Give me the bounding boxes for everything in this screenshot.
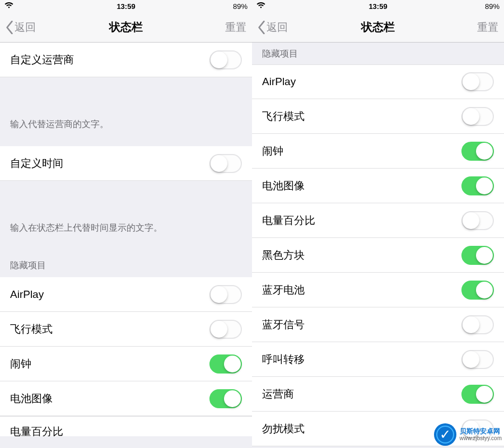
cell-label: 电量百分比	[10, 424, 63, 436]
toggle[interactable]	[461, 142, 494, 161]
toggle[interactable]	[209, 154, 242, 173]
status-time: 13:59	[116, 2, 135, 11]
toggle[interactable]	[461, 385, 494, 404]
toggle[interactable]	[209, 354, 242, 374]
hide-item-cell[interactable]: 电池图像	[0, 381, 252, 416]
cell-label: 黑色方块	[262, 248, 305, 263]
custom-carrier-cell[interactable]: 自定义运营商	[0, 43, 252, 77]
hide-item-cell[interactable]: 蓝牙信号	[252, 307, 504, 342]
cell-label: 飞行模式	[262, 109, 305, 124]
back-label: 返回	[15, 20, 36, 35]
cell-label: 自定义时间	[10, 156, 63, 171]
right-screen: 13:59 89% 返回 状态栏 重置 隐藏项目 AirPlay飞行模式闹钟电池…	[252, 0, 504, 448]
toggle[interactable]	[209, 50, 242, 69]
section-footer: 输入在状态栏上代替时间显示的文字。	[0, 214, 252, 250]
wifi-icon	[4, 2, 13, 11]
nav-bar: 返回 状态栏 重置	[252, 12, 504, 43]
cell-label: 自定义运营商	[10, 53, 74, 67]
status-bar: 13:59 89%	[252, 0, 504, 12]
cell-label: 勿扰模式	[262, 422, 305, 436]
reset-button[interactable]: 重置	[477, 20, 498, 35]
battery-percent: 89%	[233, 2, 248, 11]
cell-label: AirPlay	[10, 288, 44, 301]
hide-section-header: 隐藏项目	[0, 250, 252, 277]
hide-item-cell-partial[interactable]: 电量百分比	[0, 416, 252, 436]
back-button[interactable]: 返回	[258, 20, 288, 35]
cell-label: AirPlay	[262, 76, 296, 88]
chevron-left-icon	[6, 21, 13, 34]
hide-item-cell[interactable]: AirPlay	[0, 277, 252, 312]
section-footer: 输入代替运营商的文字。	[0, 111, 252, 146]
toggle[interactable]	[209, 285, 242, 304]
hide-item-cell[interactable]: AirPlay	[252, 64, 504, 99]
battery-percent: 89%	[485, 2, 500, 11]
hide-section-header: 隐藏项目	[252, 43, 504, 64]
custom-time-cell[interactable]: 自定义时间	[0, 146, 252, 181]
chevron-left-icon	[258, 21, 265, 34]
watermark-logo-icon: ✓	[434, 423, 456, 446]
cell-label: 飞行模式	[10, 322, 53, 337]
back-label: 返回	[267, 20, 288, 35]
cell-label: 蓝牙信号	[262, 318, 305, 332]
nav-title: 状态栏	[361, 20, 395, 35]
cell-label: 蓝牙电池	[262, 283, 305, 297]
hide-item-cell[interactable]: 呼叫转移	[252, 342, 504, 377]
hide-item-cell[interactable]: 电量百分比	[252, 203, 504, 238]
wifi-icon	[256, 2, 265, 11]
toggle[interactable]	[461, 211, 494, 230]
cell-label: 电量百分比	[262, 213, 315, 228]
hide-item-cell[interactable]: 电池图像	[252, 169, 504, 203]
hide-item-cell[interactable]: 运营商	[252, 377, 504, 412]
hide-item-cell[interactable]: 黑色方块	[252, 238, 504, 273]
hide-item-cell[interactable]: 闹钟	[0, 347, 252, 381]
reset-button[interactable]: 重置	[225, 20, 246, 35]
toggle[interactable]	[461, 281, 494, 300]
hide-item-cell[interactable]: 蓝牙电池	[252, 273, 504, 307]
cell-label: 闹钟	[10, 357, 31, 371]
toggle[interactable]	[461, 72, 494, 91]
toggle[interactable]	[461, 350, 494, 369]
watermark-url: www.zjbstyy.com	[460, 435, 502, 441]
toggle[interactable]	[461, 246, 494, 265]
hide-item-cell[interactable]: 飞行模式	[252, 99, 504, 134]
cell-label: 呼叫转移	[262, 352, 305, 367]
nav-title: 状态栏	[109, 20, 143, 35]
toggle[interactable]	[209, 389, 242, 408]
cell-label: 电池图像	[262, 179, 305, 193]
status-time: 13:59	[368, 2, 387, 11]
toggle[interactable]	[461, 315, 494, 334]
watermark-brand: 贝斯特安卓网	[460, 427, 500, 435]
toggle[interactable]	[461, 176, 494, 195]
left-screen: 13:59 89% 返回 状态栏 重置 自定义运营商 输入代替运营商的文字。 自…	[0, 0, 252, 448]
hide-item-cell[interactable]: 闹钟	[252, 134, 504, 169]
cell-label: 闹钟	[262, 144, 283, 158]
back-button[interactable]: 返回	[6, 20, 36, 35]
status-bar: 13:59 89%	[0, 0, 252, 12]
cell-label: 电池图像	[10, 391, 53, 406]
toggle[interactable]	[209, 320, 242, 339]
hide-item-cell[interactable]: 飞行模式	[0, 312, 252, 347]
nav-bar: 返回 状态栏 重置	[0, 12, 252, 43]
watermark: ✓ 贝斯特安卓网 www.zjbstyy.com	[434, 423, 502, 446]
toggle[interactable]	[461, 107, 494, 126]
cell-label: 运营商	[262, 387, 294, 402]
